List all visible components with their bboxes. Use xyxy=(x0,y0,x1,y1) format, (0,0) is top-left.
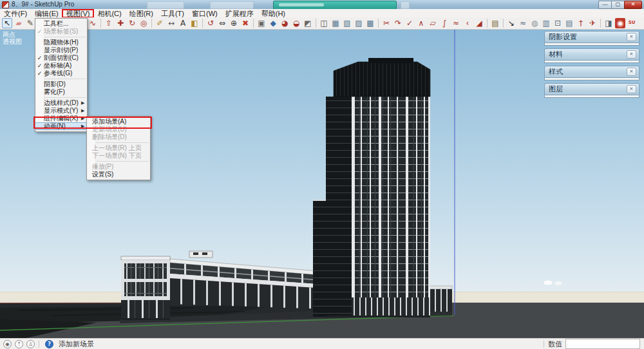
rotate-tool-icon[interactable]: ↻ xyxy=(127,18,137,28)
tray-close-button[interactable]: ✕ xyxy=(627,85,636,93)
menubar-item-编辑(E)[interactable]: 编辑(E) xyxy=(31,10,62,17)
close-button[interactable]: ✕ xyxy=(624,1,642,9)
eraser-tool-icon[interactable]: ▰ xyxy=(14,18,24,28)
tray-close-button[interactable]: ✕ xyxy=(627,50,636,59)
tray-阴影设置: 阴影设置✕ xyxy=(544,31,639,46)
arrow-icon[interactable]: ↘ xyxy=(506,18,516,28)
separator xyxy=(39,341,39,348)
surface-grid-icon-1-icon[interactable]: ▦ xyxy=(330,18,341,28)
pages-icon[interactable]: ▥ xyxy=(541,18,551,28)
active-background-tab[interactable] xyxy=(273,1,397,10)
face-icon[interactable]: ▱ xyxy=(428,18,438,28)
tray-titlebar-材料[interactable]: 材料✕ xyxy=(544,48,639,61)
menubar-item-窗口(W)[interactable]: 窗口(W) xyxy=(188,10,222,17)
menu-item-剖面切割(C)[interactable]: ✓剖面切割(C) xyxy=(35,54,87,62)
menu-item-坐标轴(A)[interactable]: ✓坐标轴(A) xyxy=(35,62,87,70)
menu-item-显示模式(Y)[interactable]: 显示模式(Y)▶ xyxy=(35,107,87,115)
menu-item-label: 隐藏物体(H) xyxy=(44,39,81,46)
dimension-tool-icon[interactable]: ↔ xyxy=(166,18,176,28)
background-tab[interactable] xyxy=(210,1,254,9)
menu-item-工具栏...[interactable]: 工具栏... xyxy=(35,20,87,28)
surface-grid-icon-4-icon[interactable]: ▩ xyxy=(365,18,375,28)
background-tab[interactable] xyxy=(401,1,410,9)
menubar-item-文件(F)[interactable]: 文件(F) xyxy=(0,10,31,17)
menu-item-阴影(D)[interactable]: 阴影(D) xyxy=(35,80,87,88)
menu-item-参考线(G)[interactable]: ✓参考线(G) xyxy=(35,70,87,77)
paint-bucket-tool-icon[interactable]: ◧ xyxy=(189,18,200,28)
menubar-item-工具(T)[interactable]: 工具(T) xyxy=(157,10,188,17)
menu-item-显示剖切(P)[interactable]: 显示剖切(P) xyxy=(35,46,87,54)
geolocate-icon[interactable]: ◉ xyxy=(3,340,12,348)
check-icon[interactable]: ✓ xyxy=(404,18,415,28)
menu-item-label: 雾化(F) xyxy=(44,88,81,96)
box-icon[interactable]: ▤ xyxy=(490,18,500,28)
cut-line-icon[interactable]: ✂ xyxy=(381,18,392,28)
measurement-input[interactable] xyxy=(565,339,640,349)
wedge-icon[interactable]: ◢ xyxy=(474,18,484,28)
suapp-active-icon[interactable]: ◉ xyxy=(615,18,625,28)
orbit-tool-icon[interactable]: ↺ xyxy=(205,18,216,28)
maximize-button[interactable]: ▢ xyxy=(611,1,624,9)
tray-titlebar-阴影设置[interactable]: 阴影设置✕ xyxy=(544,31,639,43)
menu-item-设置(S)[interactable]: 设置(S) xyxy=(87,171,150,178)
arc-edit-icon[interactable]: ↷ xyxy=(393,18,403,28)
menubar-item-相机(C)[interactable]: 相机(C) xyxy=(93,10,125,17)
path-icon[interactable]: ∫ xyxy=(439,18,450,28)
component-icon[interactable]: ◆ xyxy=(268,18,278,28)
tray-titlebar-图层[interactable]: 图层✕ xyxy=(544,83,639,95)
menubar-item-帮助(H)[interactable]: 帮助(H) xyxy=(258,10,289,17)
menubar-item-扩展程序[interactable]: 扩展程序 xyxy=(222,10,258,17)
suapp-logo-icon[interactable]: SU xyxy=(627,18,637,28)
shadows-icon[interactable]: ◩ xyxy=(303,18,313,28)
sketchup-window: 8、9# - SketchUp Pro — ▢ ✕ 文件(F)编辑(E)视图(V… xyxy=(0,0,644,349)
minimize-button[interactable]: — xyxy=(598,1,611,9)
menu-item-隐藏物体(H)[interactable]: 隐藏物体(H) xyxy=(35,39,87,46)
tray-close-button[interactable]: ✕ xyxy=(627,33,636,41)
section-plane-icon[interactable]: ◫ xyxy=(319,18,329,28)
materials-icon[interactable]: ◕ xyxy=(279,18,290,28)
menubar-item-绘图(R)[interactable]: 绘图(R) xyxy=(126,10,157,17)
display-toggle-icon[interactable]: ◨ xyxy=(603,18,614,28)
freehand-tool-icon[interactable]: ∿ xyxy=(88,18,98,28)
window-select-icon[interactable]: ▣ xyxy=(256,18,267,28)
edit-note-icon[interactable]: ⊡ xyxy=(553,18,563,28)
pencil-tool-icon[interactable]: ✎ xyxy=(25,18,35,28)
waves-icon[interactable]: ≈ xyxy=(518,18,528,28)
book-icon[interactable]: ▤ xyxy=(564,18,574,28)
angle-icon[interactable]: ∧ xyxy=(416,18,426,28)
tray-close-button[interactable]: ✕ xyxy=(627,68,636,76)
text-tool-icon[interactable]: A xyxy=(178,18,188,28)
zoom-tool-icon[interactable]: ⊕ xyxy=(229,18,239,28)
tray-titlebar-样式[interactable]: 样式✕ xyxy=(544,66,639,78)
spline-icon[interactable]: ≈ xyxy=(451,18,461,28)
pan-tool-icon[interactable]: ⇔ xyxy=(217,18,227,28)
toolbar-separator xyxy=(503,19,504,28)
background-tab[interactable] xyxy=(147,1,184,9)
menu-shortcut: 下页 xyxy=(129,152,142,160)
tape-measure-tool-icon[interactable]: ✐ xyxy=(155,18,165,28)
checkmark-icon: ✓ xyxy=(35,28,44,35)
menu-item-label: 阴影(D) xyxy=(44,80,81,88)
styles-icon[interactable]: ◒ xyxy=(291,18,301,28)
menubar-item-视图(V)[interactable]: 视图(V) xyxy=(62,10,94,17)
menu-item-边线样式(D)[interactable]: 边线样式(D)▶ xyxy=(35,99,87,107)
surface-grid-icon-3-icon[interactable]: ▨ xyxy=(354,18,364,28)
push-pull-tool-icon[interactable]: ⇧ xyxy=(104,18,114,28)
title-bar[interactable]: 8、9# - SketchUp Pro — ▢ ✕ xyxy=(0,0,644,10)
sphere-icon[interactable]: ◍ xyxy=(529,18,540,28)
model-upload-icon[interactable]: ⇡ xyxy=(15,340,23,348)
move-tool-icon[interactable]: ✚ xyxy=(115,18,126,28)
surface-grid-icon-2-icon[interactable]: ▧ xyxy=(342,18,352,28)
plugin-icon[interactable]: ✈ xyxy=(587,18,598,28)
tray-图层: 图层✕ xyxy=(544,83,639,98)
model-viewport[interactable]: 两点 透视图 阴影设置✕材料✕样式✕图层✕ xyxy=(0,30,644,338)
pin-icon[interactable]: † xyxy=(576,18,586,28)
help-tip-icon[interactable]: ? xyxy=(45,340,53,348)
select-tool-icon[interactable]: ↖ xyxy=(2,18,12,28)
offset-tool-icon[interactable]: ◎ xyxy=(138,18,149,28)
zoom-extents-tool-icon[interactable]: ✖ xyxy=(240,18,251,28)
credits-icon[interactable]: ♙ xyxy=(26,340,35,348)
menu-item-下一场景(N): 下一场景(N)下页 xyxy=(87,152,150,160)
menu-item-雾化(F)[interactable]: 雾化(F) xyxy=(35,88,87,96)
angle2-icon[interactable]: ‹ xyxy=(462,18,473,28)
